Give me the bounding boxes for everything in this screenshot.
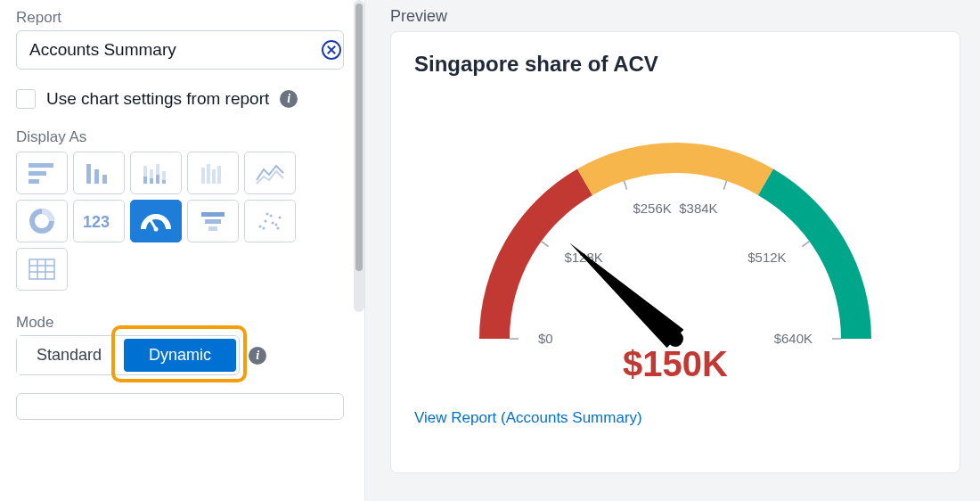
svg-point-51 [667,331,683,347]
gauge-icon [138,208,174,234]
scrollbar[interactable] [354,0,364,312]
svg-rect-34 [29,259,54,279]
svg-rect-17 [217,166,221,184]
chart-type-line[interactable] [244,152,296,194]
metric-icon: 123 [81,210,117,232]
svg-point-26 [265,220,267,223]
display-as-label: Display As [16,128,348,146]
svg-text:$640K: $640K [774,331,813,346]
mode-dynamic-button[interactable]: Dynamic [124,339,236,372]
svg-rect-3 [86,164,91,184]
hbar-icon [27,160,57,185]
svg-text:123: 123 [83,213,110,231]
mode-label: Mode [16,314,348,332]
svg-text:$0: $0 [538,331,553,346]
mode-segmented: Standard Dynamic [16,335,240,375]
use-chart-settings-checkbox[interactable] [16,89,36,109]
svg-rect-22 [201,212,225,217]
vbar-icon [84,160,114,185]
svg-rect-10 [143,177,147,184]
svg-rect-11 [150,178,153,184]
funnel-icon [198,209,228,234]
table-icon [27,257,57,282]
preview-card: Singapore share of ACV $0$128K$256K$384K… [390,31,960,473]
svg-text:$512K: $512K [747,250,786,265]
donut-icon [27,208,57,234]
svg-line-43 [625,181,627,190]
scrollbar-thumb[interactable] [355,4,363,271]
chart-type-hbar[interactable] [16,152,68,194]
chart-type-scatter[interactable] [244,200,296,242]
chart-type-funnel[interactable] [187,200,239,242]
chart-type-gauge[interactable] [130,200,182,242]
stacked-icon [141,160,171,185]
mode-standard-button[interactable]: Standard [17,336,121,374]
chart-type-table[interactable] [16,248,68,291]
svg-rect-0 [29,163,53,168]
svg-rect-12 [156,175,159,184]
svg-text:$384K: $384K [679,201,717,216]
clear-report-icon[interactable] [322,40,341,60]
svg-rect-15 [207,164,210,184]
svg-point-33 [277,227,280,230]
stacked2-icon [198,160,228,185]
svg-line-45 [723,181,726,190]
svg-point-31 [279,217,282,219]
mode-info-icon[interactable]: i [249,347,266,365]
svg-rect-14 [201,168,205,184]
chart-type-stacked2[interactable] [187,152,239,194]
svg-point-30 [272,222,274,225]
scatter-icon [255,209,285,234]
svg-rect-2 [29,179,39,184]
svg-point-32 [266,213,269,216]
chart-type-stacked[interactable] [130,152,182,194]
additional-options-box[interactable] [16,393,344,420]
svg-point-27 [270,215,273,218]
svg-line-41 [542,242,549,247]
chart-type-donut[interactable] [16,200,68,242]
chart-type-metric[interactable]: 123 [73,200,125,242]
svg-rect-16 [212,169,216,184]
use-chart-settings-label: Use chart settings from report [46,89,269,109]
chart-type-grid: 123 [16,152,319,291]
chart-type-vbar[interactable] [73,152,125,194]
svg-point-29 [263,227,265,230]
gauge-chart: $0$128K$256K$384K$512K$640K [426,80,925,365]
line-icon [255,160,285,185]
svg-rect-24 [208,226,217,231]
svg-point-21 [154,227,159,232]
svg-rect-1 [29,171,46,176]
svg-rect-5 [102,175,107,184]
svg-rect-23 [205,219,221,224]
svg-text:$256K: $256K [633,201,671,216]
svg-line-47 [802,242,809,247]
svg-rect-4 [94,169,99,184]
view-report-link[interactable]: View Report (Accounts Summary) [414,409,642,427]
report-input[interactable] [16,30,344,70]
info-icon[interactable]: i [280,90,298,108]
svg-point-25 [259,226,262,228]
report-label: Report [16,9,348,27]
preview-label: Preview [390,7,960,26]
chart-title: Singapore share of ACV [414,52,936,77]
svg-rect-13 [162,180,166,184]
svg-point-28 [275,224,278,226]
